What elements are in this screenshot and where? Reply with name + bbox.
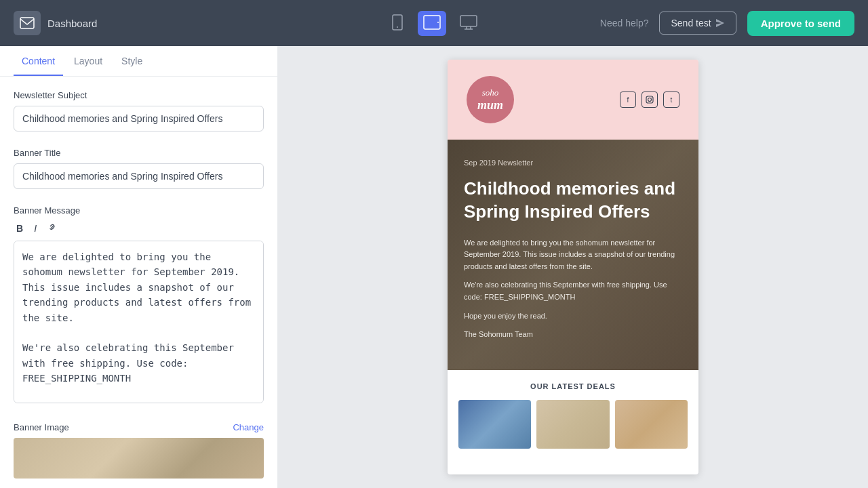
need-help-text: Need help? [600, 18, 649, 28]
newsletter-date-label: Sep 2019 Newsletter [464, 159, 682, 167]
social-icons: f t [620, 92, 679, 108]
mail-icon [19, 15, 35, 31]
svg-rect-9 [646, 96, 653, 103]
banner-title-label: Banner Title [14, 148, 264, 158]
svg-rect-5 [460, 16, 477, 26]
deals-section: OUR LATEST DEALS [448, 370, 698, 461]
logo-area: Dashboard [14, 11, 97, 35]
banner-message-label: Banner Message [14, 205, 264, 216]
banner-image-label: Banner Image [14, 422, 69, 432]
deals-title: OUR LATEST DEALS [458, 382, 688, 390]
dashboard-label: Dashboard [47, 18, 97, 29]
tabs-row: Content Layout Style [0, 46, 277, 77]
instagram-svg [646, 96, 654, 104]
email-banner-title: Childhood memories and Spring Inspired O… [464, 178, 682, 224]
top-navigation: Dashboard Need help? Send t [0, 0, 868, 46]
app-logo [14, 11, 41, 35]
banner-title-group: Banner Title [14, 148, 264, 189]
email-banner-body: We are delighted to bring you the sohomu… [464, 237, 682, 341]
svg-point-11 [651, 97, 652, 98]
mobile-device-button[interactable] [385, 10, 410, 37]
deals-grid [458, 400, 688, 449]
link-icon [47, 222, 57, 232]
logo-bottom-text: mum [477, 98, 503, 113]
email-banner: Sep 2019 Newsletter Childhood memories a… [448, 140, 698, 370]
format-toolbar: B I [14, 221, 264, 235]
email-body-line3: Hope you enjoy the read. [464, 310, 682, 323]
tablet-device-button[interactable] [418, 11, 446, 36]
tab-style[interactable]: Style [113, 46, 151, 76]
facebook-icon[interactable]: f [620, 92, 636, 108]
send-test-button[interactable]: Send test [659, 12, 736, 35]
svg-point-10 [648, 98, 652, 102]
banner-message-group: Banner Message B I We are delighted to b… [14, 205, 264, 406]
email-preview-area: soho mum f t Sep 201 [278, 46, 868, 488]
deal-item-1 [458, 400, 531, 449]
mobile-icon [391, 14, 404, 30]
email-body-line4: The Sohomum Team [464, 329, 682, 341]
banner-title-input[interactable] [14, 163, 264, 189]
newsletter-subject-input[interactable] [14, 106, 264, 131]
tablet-icon [423, 15, 441, 30]
banner-image-group: Banner Image Change [14, 422, 264, 479]
approve-to-send-button[interactable]: Approve to send [747, 11, 854, 36]
topnav-right: Need help? Send test Approve to send [600, 11, 854, 36]
sohomum-logo: soho mum [467, 76, 514, 123]
link-button[interactable] [45, 221, 60, 235]
send-icon [715, 18, 725, 28]
email-body-line2: We're also celebrating this September wi… [464, 279, 682, 303]
logo-top-text: soho [482, 87, 499, 98]
device-switcher [385, 10, 483, 37]
banner-message-textarea[interactable]: We are delighted to bring you the sohomu… [14, 241, 264, 403]
desktop-device-button[interactable] [454, 11, 483, 36]
deal-item-2 [536, 400, 609, 449]
instagram-icon[interactable] [642, 92, 658, 108]
tab-content[interactable]: Content [14, 46, 63, 76]
email-preview: soho mum f t Sep 201 [448, 60, 698, 474]
email-body-line1: We are delighted to bring you the sohomu… [464, 237, 682, 273]
deal-item-3 [615, 400, 688, 449]
svg-rect-0 [20, 18, 34, 28]
email-header: soho mum f t [448, 60, 698, 140]
bold-button[interactable]: B [14, 221, 26, 235]
left-panel: Content Layout Style Newsletter Subject … [0, 46, 278, 488]
italic-button[interactable]: I [31, 221, 39, 235]
tab-layout[interactable]: Layout [66, 46, 111, 76]
svg-point-2 [397, 26, 398, 28]
desktop-icon [460, 15, 477, 30]
banner-image-preview [14, 438, 264, 479]
main-area: Content Layout Style Newsletter Subject … [0, 46, 868, 488]
svg-point-4 [437, 22, 439, 23]
send-test-label: Send test [671, 18, 711, 28]
left-content: Newsletter Subject Banner Title Banner M… [0, 77, 277, 488]
banner-image-header: Banner Image Change [14, 422, 264, 432]
twitter-icon[interactable]: t [663, 92, 679, 108]
change-image-link[interactable]: Change [233, 422, 264, 432]
newsletter-subject-group: Newsletter Subject [14, 90, 264, 131]
newsletter-subject-label: Newsletter Subject [14, 90, 264, 100]
